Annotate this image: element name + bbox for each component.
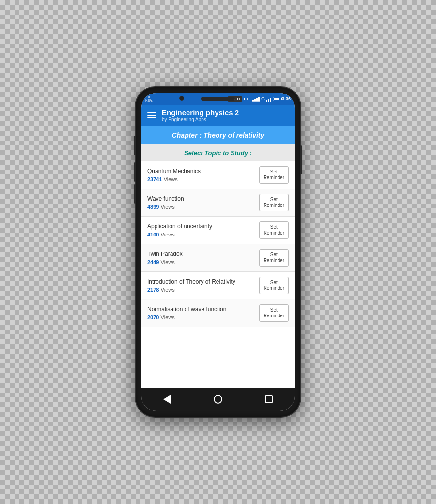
topic-name: Application of uncertainty [147,223,259,230]
topic-info: Application of uncertainty 4100 Views [147,223,259,237]
set-reminder-button[interactable]: SetReminder [259,221,289,239]
topic-item[interactable]: Wave function 4899 Views SetReminder [141,189,295,217]
views-count: 2178 [147,287,159,293]
app-screen: 0 KB/s VOLTE LTE G [141,93,295,411]
home-button[interactable] [210,392,226,407]
topic-views: 23741 Views [147,176,259,182]
app-title: Engineering physics 2 [162,109,239,117]
back-icon [163,395,171,404]
set-reminder-button[interactable]: SetReminder [259,277,289,294]
signal-indicator-2 [266,96,271,102]
app-subtitle: by Engineering Apps [162,117,239,122]
views-count: 2449 [147,259,159,265]
views-label: Views [161,287,175,293]
app-title-block: Engineering physics 2 by Engineering App… [162,109,239,122]
topic-item[interactable]: Application of uncertainty 4100 Views Se… [141,217,295,244]
topic-info: Introduction of Theory of Relativity 217… [147,278,259,293]
chapter-title: Chapter : Theory of relativity [172,131,265,139]
signal-indicator [252,96,260,102]
data-speed: 0 KB/s [145,95,153,102]
chapter-header: Chapter : Theory of relativity [141,126,295,144]
phone-device: 0 KB/s VOLTE LTE G [136,87,300,417]
hamburger-menu[interactable] [147,112,156,118]
back-button[interactable] [159,392,175,407]
views-count: 23741 [147,176,162,182]
topic-item[interactable]: Normalisation of wave function 2070 View… [141,299,295,327]
menu-line [147,112,156,113]
views-label: Views [164,176,178,182]
clock: 3:36 [282,96,291,101]
topic-info: Wave function 4899 Views [147,195,259,210]
topic-name: Wave function [147,195,259,202]
topic-info: Twin Paradox 2449 Views [147,251,259,265]
topic-views: 4100 Views [147,232,259,237]
menu-line [147,115,156,116]
topic-item[interactable]: Introduction of Theory of Relativity 217… [141,272,295,299]
topic-name: Quantum Mechanics [147,168,259,174]
topic-views: 2070 Views [147,315,259,320]
network-type: G [261,96,265,101]
recents-button[interactable] [261,392,277,407]
topic-name: Normalisation of wave function [147,306,259,313]
navigation-bar [141,388,295,411]
views-count: 2070 [147,315,159,320]
topic-item[interactable]: Twin Paradox 2449 Views SetReminder [141,244,295,272]
select-topic-text: Select Topic to Study : [184,149,252,157]
set-reminder-button[interactable]: SetReminder [259,166,289,184]
set-reminder-button[interactable]: SetReminder [259,249,289,267]
battery-icon [273,97,280,101]
topic-item[interactable]: Quantum Mechanics 23741 Views SetReminde… [141,161,295,189]
select-topic-bar: Select Topic to Study : [141,144,295,161]
topic-name: Introduction of Theory of Relativity [147,278,259,285]
status-left: 0 KB/s [145,95,153,102]
set-reminder-button[interactable]: SetReminder [259,304,289,322]
home-icon [214,395,222,404]
phone-screen: 0 KB/s VOLTE LTE G [141,93,295,411]
topic-info: Quantum Mechanics 23741 Views [147,168,259,182]
front-camera [179,96,184,101]
status-right: VOLTE LTE G [228,96,291,102]
topic-views: 4899 Views [147,204,259,210]
set-reminder-button[interactable]: SetReminder [259,194,289,211]
views-label: Views [161,204,175,210]
views-count: 4899 [147,204,159,210]
speaker-grill [201,97,235,101]
topic-views: 2178 Views [147,287,259,293]
menu-line [147,117,156,118]
views-label: Views [161,315,175,320]
views-label: Views [161,259,175,265]
topic-list: Quantum Mechanics 23741 Views SetReminde… [141,161,295,388]
lte-indicator: LTE [244,97,251,101]
topic-info: Normalisation of wave function 2070 View… [147,306,259,320]
topic-views: 2449 Views [147,259,259,265]
topic-name: Twin Paradox [147,251,259,257]
app-bar: Engineering physics 2 by Engineering App… [141,105,295,126]
views-label: Views [161,232,175,237]
views-count: 4100 [147,232,159,237]
recents-icon [265,395,273,403]
